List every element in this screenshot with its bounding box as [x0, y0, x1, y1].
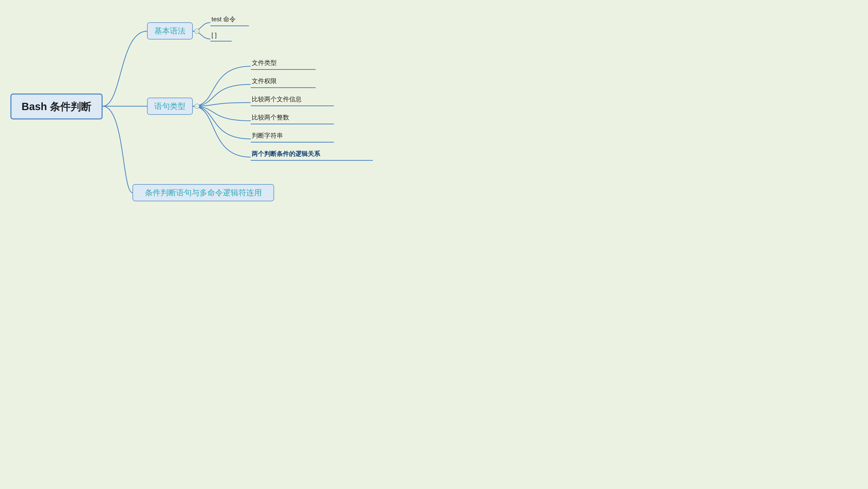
collapse-syntax[interactable]: −	[194, 29, 199, 34]
root-node[interactable]: Bash 条件判断	[10, 94, 103, 120]
leaf-brackets-label: [ ]	[212, 31, 217, 38]
leaf-test-label: test 命令	[212, 15, 236, 23]
branch-combine-label: 条件判断语句与多命令逻辑符连用	[145, 188, 262, 198]
leaf-fileinfo[interactable]: 比较两个文件信息	[251, 94, 334, 106]
leaf-strcmp[interactable]: 判断字符串	[251, 130, 334, 142]
collapse-glyph-2: −	[196, 104, 198, 108]
branch-types-label: 语句类型	[154, 101, 186, 112]
branch-combine[interactable]: 条件判断语句与多命令逻辑符连用	[132, 184, 274, 201]
leaf-strcmp-label: 判断字符串	[252, 132, 283, 139]
branch-syntax-label: 基本语法	[154, 26, 186, 36]
collapse-glyph: −	[196, 29, 198, 33]
leaf-intcmp-label: 比较两个整数	[252, 114, 289, 121]
leaf-fileperm-label: 文件权限	[252, 77, 277, 85]
branch-syntax[interactable]: 基本语法	[147, 22, 193, 39]
branch-types[interactable]: 语句类型	[147, 98, 193, 115]
leaf-filetype-label: 文件类型	[252, 59, 277, 66]
leaf-fileinfo-label: 比较两个文件信息	[252, 96, 302, 103]
leaf-fileperm[interactable]: 文件权限	[251, 75, 316, 88]
leaf-logic[interactable]: 两个判断条件的逻辑关系	[251, 148, 373, 161]
leaf-filetype[interactable]: 文件类型	[251, 57, 316, 70]
collapse-types[interactable]: −	[194, 104, 199, 109]
leaf-logic-label: 两个判断条件的逻辑关系	[252, 150, 320, 157]
leaf-intcmp[interactable]: 比较两个整数	[251, 112, 334, 124]
leaf-brackets[interactable]: [ ]	[211, 30, 232, 41]
leaf-test[interactable]: test 命令	[211, 13, 249, 26]
root-label: Bash 条件判断	[22, 99, 91, 114]
